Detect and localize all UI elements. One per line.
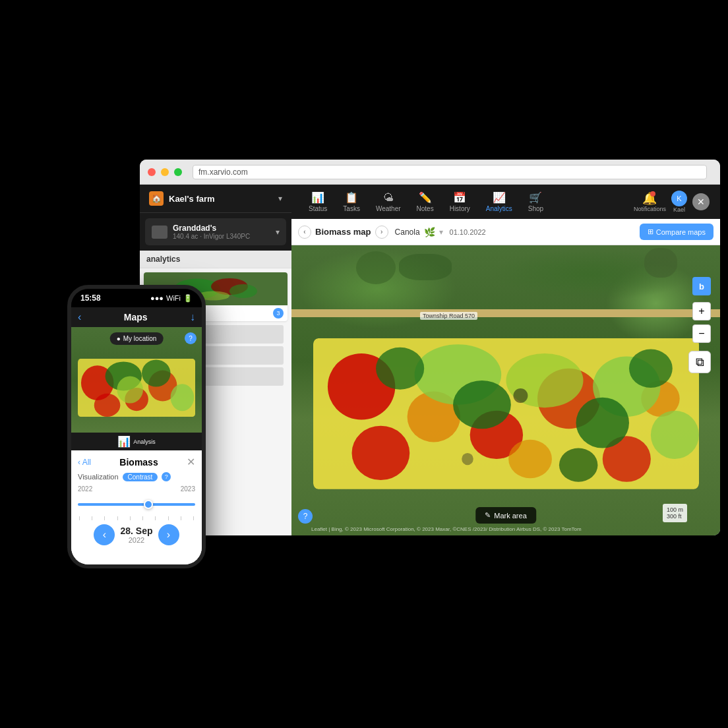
compare-maps-label: Compare maps: [656, 228, 706, 236]
date-main: 28. Sep: [120, 526, 152, 536]
nav-item-analytics[interactable]: 📈 Analytics: [479, 189, 519, 215]
notifications-label: Notifications: [634, 206, 666, 212]
phone-help-button[interactable]: ?: [185, 332, 197, 344]
address-bar[interactable]: fm.xarvio.com: [193, 165, 707, 179]
top-nav: 📊 Status 📋 Tasks 🌤 Weather ✏️: [291, 185, 720, 219]
date-nav: ‹ 28. Sep 2022 ›: [78, 524, 195, 545]
zoom-in-button[interactable]: +: [692, 302, 711, 320]
browser-chrome: fm.xarvio.com: [140, 160, 720, 185]
zoom-out-button[interactable]: −: [692, 324, 711, 343]
notes-icon: ✏️: [419, 191, 432, 204]
farm-selector[interactable]: 🏠 Kael's farm ▾: [140, 185, 291, 213]
date-next-button[interactable]: ›: [158, 524, 179, 545]
slider-track: [78, 503, 195, 506]
tick-8: [168, 516, 169, 520]
year-end: 2023: [181, 485, 195, 493]
minimize-window-button[interactable]: [161, 168, 169, 176]
tick-row: [78, 516, 195, 520]
wifi-icon: WiFi: [166, 294, 181, 302]
field-card-left: Granddad's 140.4 ac · InVigor L340PC: [152, 224, 250, 240]
scale-feet: 300 ft: [667, 513, 683, 520]
road-horizontal: [291, 309, 720, 317]
bing-button[interactable]: b: [692, 277, 711, 295]
nav-item-shop[interactable]: 🛒 Shop: [522, 189, 550, 215]
compare-maps-button[interactable]: ⊞ Compare maps: [640, 224, 713, 240]
maximize-window-button[interactable]: [174, 168, 182, 176]
leaf-icon: 🌿: [424, 227, 435, 237]
biomass-header: ‹ All Biomass ✕: [78, 456, 195, 468]
analysis-tab-bar: 📊 Analysis: [71, 433, 202, 450]
slider-thumb[interactable]: [144, 500, 153, 509]
back-all-button[interactable]: ‹ All: [78, 458, 91, 467]
tree-cluster-3: [644, 248, 677, 278]
browser-body: 🏠 Kael's farm ▾ Granddad's 140.4 ac · In…: [140, 185, 720, 535]
tick-6: [142, 516, 143, 520]
shop-icon: 🛒: [529, 191, 542, 204]
nav-label-notes: Notes: [417, 205, 434, 212]
tick-10: [193, 516, 194, 520]
battery-icon: 🔋: [183, 294, 193, 303]
svg-point-25: [462, 453, 473, 465]
user-label: Kael: [673, 206, 685, 213]
date-prev-button[interactable]: ‹: [94, 524, 115, 545]
notifications-button[interactable]: 🔔 Notifications: [634, 191, 666, 212]
my-location-label: My location: [123, 335, 157, 342]
map-date: 01.10.2022: [450, 228, 486, 236]
my-location-button[interactable]: ● My location: [110, 332, 164, 345]
help-button[interactable]: ?: [298, 509, 313, 524]
field-details: 140.4 ac · InVigor L340PC: [173, 233, 250, 240]
map-area: Township Road 570: [291, 245, 720, 535]
year-row: 2022 2023: [78, 485, 195, 493]
phone-status-icons: ●●● WiFi 🔋: [150, 294, 193, 303]
close-session-button[interactable]: ✕: [692, 193, 710, 210]
svg-point-20: [376, 348, 424, 390]
tree-cluster-2: [399, 254, 452, 280]
layers-button[interactable]: ⧉: [688, 351, 711, 373]
svg-point-32: [142, 359, 171, 386]
phone-back-button[interactable]: ‹: [78, 311, 81, 323]
phone-header: ‹ Maps ↓: [71, 307, 202, 327]
tree-cluster-1: [356, 251, 396, 284]
svg-point-24: [513, 388, 528, 403]
field-card[interactable]: Granddad's 140.4 ac · InVigor L340PC ▾: [145, 218, 286, 245]
analytics-header: analytics: [140, 251, 291, 268]
nav-right: 🔔 Notifications K Kael ✕: [634, 191, 710, 213]
map-next-button[interactable]: ›: [375, 226, 388, 239]
nav-item-notes[interactable]: ✏️ Notes: [410, 189, 440, 215]
nav-label-shop: Shop: [528, 205, 543, 212]
contrast-badge: Contrast: [123, 473, 158, 481]
road-label: Township Road 570: [420, 312, 477, 320]
nav-item-status[interactable]: 📊 Status: [302, 189, 334, 215]
map-prev-button[interactable]: ‹: [298, 226, 311, 239]
svg-point-18: [650, 411, 698, 459]
phone-map-area: ● My location ?: [71, 327, 202, 433]
user-button[interactable]: K Kael: [671, 191, 687, 213]
map-toolbar: ‹ Biomass map › Canola 🌿 ▾ 01.10.2022 ⊞ …: [291, 219, 720, 245]
date-slider[interactable]: [78, 497, 195, 512]
svg-point-33: [170, 384, 194, 411]
close-window-button[interactable]: [148, 168, 156, 176]
mark-area-button[interactable]: ✎ Mark area: [475, 507, 536, 524]
svg-point-23: [559, 448, 597, 481]
weather-icon: 🌤: [383, 192, 394, 204]
map-title: Biomass map: [315, 227, 371, 237]
field-name: Granddad's: [173, 224, 250, 233]
visualization-row: Visualization Contrast ?: [78, 472, 195, 481]
tick-3: [104, 516, 105, 520]
phone-body: ‹ Maps ↓: [71, 307, 202, 564]
nav-item-history[interactable]: 📅 History: [443, 189, 477, 215]
nav-label-weather: Weather: [376, 205, 401, 212]
svg-point-21: [576, 397, 628, 448]
crop-section: Canola 🌿 ▾: [395, 227, 443, 237]
close-biomass-button[interactable]: ✕: [187, 456, 195, 468]
nav-label-status: Status: [309, 205, 327, 212]
heatmap-svg: [313, 338, 699, 489]
phone-time: 15:58: [80, 293, 101, 303]
nav-item-tasks[interactable]: 📋 Tasks: [336, 189, 367, 215]
svg-point-34: [117, 376, 143, 403]
phone-download-button[interactable]: ↓: [190, 311, 195, 323]
url-text: fm.xarvio.com: [198, 167, 248, 177]
analysis-chart-icon: 📊: [117, 435, 131, 448]
nav-item-weather[interactable]: 🌤 Weather: [369, 189, 408, 215]
biomass-help-button[interactable]: ?: [162, 472, 171, 481]
